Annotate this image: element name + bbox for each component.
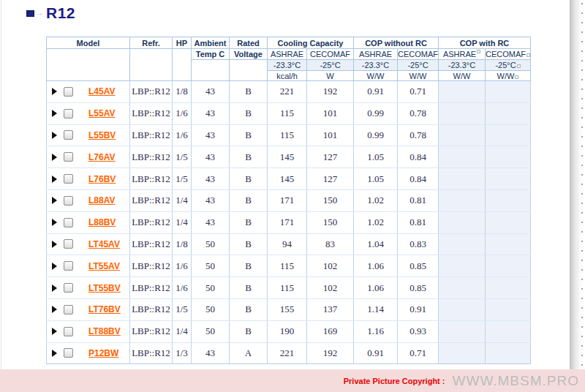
temp-copno-ashrae: -23.3°C — [354, 60, 398, 71]
model-link[interactable]: L88BV — [88, 217, 116, 227]
row-expander-icon[interactable] — [52, 132, 57, 139]
model-cell: L45AV — [47, 81, 130, 103]
model-cell: LT55BV — [47, 277, 130, 299]
hp-cell: 1/8 — [173, 233, 192, 255]
row-expander-icon[interactable] — [52, 110, 57, 117]
cc-cecomaf-cell: 101 — [307, 102, 354, 124]
cc-ashrae-cell: 115 — [268, 102, 307, 124]
row-expander-icon[interactable] — [52, 350, 57, 357]
cc-cecomaf-cell: 150 — [307, 189, 354, 211]
voltage-cell: A — [230, 342, 268, 364]
cop-cecomaf-cell: 0.84 — [398, 168, 439, 190]
ambient-cell: 43 — [192, 168, 230, 190]
model-link[interactable]: P12BW — [88, 348, 118, 358]
row-expander-icon[interactable] — [52, 154, 57, 161]
table-body: L45AV LBP::R12 1/8 43 B 221 192 0.91 0.7… — [47, 81, 531, 364]
cc-ashrae-cell: 190 — [268, 320, 307, 342]
row-checkbox[interactable] — [64, 130, 73, 140]
page-left-border — [1, 0, 1, 369]
row-checkbox[interactable] — [64, 109, 73, 118]
group-header-cop-without-rc: COP without RC — [354, 37, 439, 49]
cop-cecomaf-cell: 0.81 — [398, 189, 439, 211]
row-checkbox[interactable] — [64, 196, 73, 206]
refr-cell: LBP::R12 — [130, 233, 173, 255]
cop-ashrae-cell: 1.06 — [354, 255, 398, 277]
model-cell: LT45AV — [47, 233, 130, 255]
model-cell: L88AV — [47, 189, 130, 211]
unit-cc-cecomaf: W — [307, 71, 354, 81]
cop-cecomaf-cell: 0.84 — [398, 146, 439, 168]
broken-image-icon — [517, 64, 521, 68]
model-link[interactable]: LT55BV — [88, 283, 121, 293]
model-link[interactable]: L76AV — [88, 152, 115, 162]
model-cell: LT88BV — [47, 320, 130, 342]
row-checkbox[interactable] — [64, 152, 73, 162]
model-link[interactable]: L88AV — [88, 195, 115, 206]
table-row: L45AV LBP::R12 1/8 43 B 221 192 0.91 0.7… — [47, 81, 531, 103]
cop-rc-cecomaf-cell — [486, 146, 531, 168]
cc-cecomaf-cell: 127 — [307, 146, 354, 168]
cop-rc-cecomaf-cell — [486, 124, 531, 146]
refr-header-spacer — [130, 49, 173, 81]
ambient-cell: 43 — [192, 81, 230, 103]
voltage-cell: B — [230, 168, 268, 190]
model-link[interactable]: LT55AV — [88, 261, 120, 271]
cop-rc-cecomaf-cell — [486, 189, 531, 211]
hp-cell: 1/4 — [173, 211, 192, 233]
row-expander-icon[interactable] — [52, 219, 57, 226]
voltage-cell: B — [230, 146, 268, 168]
col-header-ambient: Ambient — [192, 37, 230, 49]
row-expander-icon[interactable] — [52, 328, 57, 335]
subheader-cc-ashrae: ASHRAE — [268, 49, 307, 60]
table-row: LT76BV LBP::R12 1/5 50 B 155 137 1.14 0.… — [47, 298, 531, 320]
temp-cc-cecomaf: -25°C — [307, 60, 354, 71]
cop-cecomaf-cell: 0.81 — [398, 211, 439, 233]
row-checkbox[interactable] — [64, 174, 73, 184]
row-expander-icon[interactable] — [52, 88, 57, 95]
model-link[interactable]: L45AV — [88, 86, 115, 97]
broken-image-icon — [526, 53, 530, 57]
cop-cecomaf-cell: 0.85 — [398, 277, 439, 299]
model-link[interactable]: L55BV — [88, 130, 116, 140]
temp-cc-ashrae: -23.3°C — [268, 60, 307, 71]
row-checkbox[interactable] — [64, 305, 73, 314]
col-header-hp: HP — [173, 37, 192, 49]
row-checkbox[interactable] — [64, 348, 73, 358]
table-row: L76AV LBP::R12 1/5 43 B 145 127 1.05 0.8… — [47, 146, 531, 168]
row-checkbox[interactable] — [64, 283, 73, 293]
row-expander-icon[interactable] — [52, 176, 57, 183]
model-link[interactable]: LT76BV — [88, 304, 121, 314]
col-header-voltage: Voltage — [230, 49, 268, 60]
voltage-cell: B — [230, 102, 268, 124]
ambient-cell: 50 — [192, 233, 230, 255]
row-expander-icon[interactable] — [52, 263, 57, 270]
voltage-cell: B — [230, 124, 268, 146]
model-link[interactable]: LT88BV — [88, 326, 121, 336]
table-row: LT88BV LBP::R12 1/4 50 B 190 169 1.16 0.… — [47, 320, 531, 342]
row-expander-icon[interactable] — [52, 306, 57, 313]
row-checkbox[interactable] — [64, 239, 73, 249]
row-expander-icon[interactable] — [52, 197, 57, 204]
refr-cell: LBP::R12 — [130, 255, 173, 277]
cop-rc-ashrae-cell — [439, 189, 486, 211]
row-checkbox[interactable] — [64, 261, 73, 271]
cc-ashrae-cell: 115 — [268, 255, 307, 277]
row-checkbox[interactable] — [64, 218, 73, 227]
cc-ashrae-cell: 171 — [268, 189, 307, 211]
row-checkbox[interactable] — [64, 87, 73, 97]
broken-image-icon — [515, 75, 518, 79]
refr-cell: LBP::R12 — [130, 342, 173, 364]
cop-rc-ashrae-cell — [439, 211, 486, 233]
voltage-cell: B — [230, 298, 268, 320]
model-link[interactable]: L55AV — [88, 108, 115, 118]
model-link[interactable]: LT45AV — [88, 239, 120, 249]
subheader-coprc-cecomaf: CECOMAF — [486, 49, 531, 60]
row-expander-icon[interactable] — [52, 284, 57, 292]
model-cell: L55BV — [47, 124, 130, 146]
row-checkbox[interactable] — [64, 327, 73, 336]
page-title-row: → R12 — [26, 4, 75, 22]
model-link[interactable]: L76BV — [88, 174, 116, 184]
cop-rc-cecomaf-cell — [486, 277, 531, 299]
refr-cell: LBP::R12 — [130, 320, 173, 342]
row-expander-icon[interactable] — [52, 241, 57, 248]
